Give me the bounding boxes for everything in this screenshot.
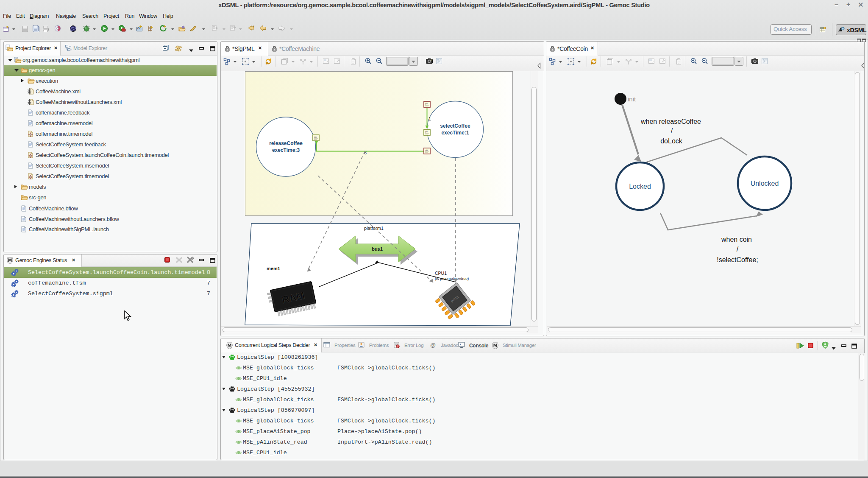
svg-text:!selectCoffee;: !selectCoffee; [717,256,758,263]
svg-text:execTime:1: execTime:1 [441,130,469,136]
svg-text:@: @ [430,342,436,348]
svg-text:Unlocked: Unlocked [751,180,779,187]
svg-text:(is preemptive=true): (is preemptive=true) [435,277,469,281]
svg-text:platform1: platform1 [364,226,384,231]
svg-text:when releaseCoffee: when releaseCoffee [640,118,701,125]
svg-text:pA: pA [425,102,428,105]
svg-text:doLock: doLock [660,137,683,145]
svg-text:selectCoffee: selectCoffee [440,123,470,129]
svg-text:mem1: mem1 [267,266,280,271]
svg-text:when coin: when coin [721,236,752,243]
svg-text:init: init [628,95,636,103]
svg-text:G: G [137,27,140,30]
svg-text:bus1: bus1 [372,246,383,252]
svg-text:/: / [671,127,673,134]
svg-text:pA: pA [314,136,317,138]
svg-text:1: 1 [428,116,431,121]
svg-text:pA: pA [425,130,428,133]
svg-text:/: / [737,246,739,253]
svg-text:Locked: Locked [629,183,651,190]
svg-text:execTime:3: execTime:3 [272,147,300,153]
svg-text:CPU1: CPU1 [435,271,447,276]
svg-text:pA: pA [425,149,428,151]
svg-text:releaseCoffee: releaseCoffee [269,140,303,146]
